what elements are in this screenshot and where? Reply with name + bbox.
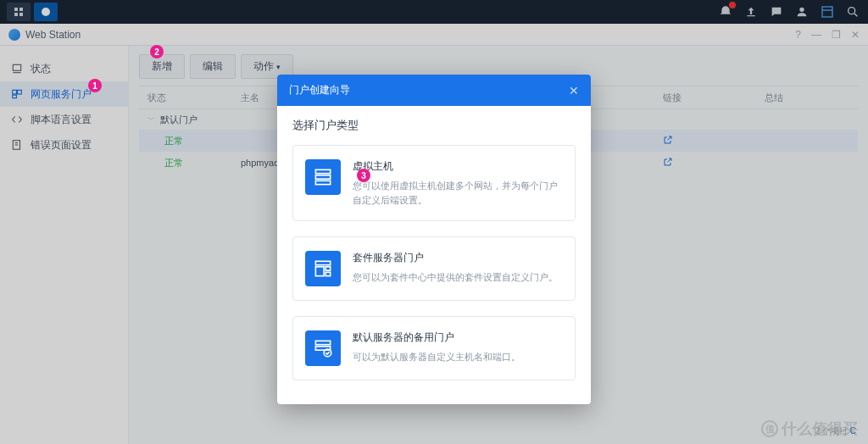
option-package-portal[interactable]: 套件服务器门户 您可以为套件中心中提供的套件设置自定义门户。 [292,236,576,301]
svg-rect-22 [315,261,330,264]
package-portal-icon [305,251,341,286]
option-desc: 您可以为套件中心中提供的套件设置自定义门户。 [353,270,563,285]
annotation-3: 3 [357,169,370,182]
svg-rect-20 [315,175,330,179]
svg-rect-26 [315,341,330,344]
annotation-2: 2 [150,45,164,58]
virtual-host-icon [305,159,341,195]
svg-rect-21 [315,180,330,184]
modal-portal-wizard: 门户创建向导 ✕ 选择门户类型 虚拟主机 您可以使用虚拟主机创建多个网站，并为每… [277,75,591,404]
watermark-text: 什么值得买 [782,419,858,439]
option-desc: 您可以使用虚拟主机创建多个网站，并为每个门户自定义后端设置。 [353,179,563,207]
watermark-icon: 值 [761,420,778,437]
option-title: 套件服务器门户 [353,251,563,265]
svg-rect-24 [326,267,330,270]
modal-title: 门户创建向导 [289,83,350,97]
modal-body: 虚拟主机 您可以使用虚拟主机创建多个网站，并为每个门户自定义后端设置。 套件服务… [277,133,591,404]
modal-close-icon[interactable]: ✕ [569,84,579,97]
option-title: 默认服务器的备用门户 [353,330,563,345]
svg-rect-19 [315,169,330,173]
annotation-1: 1 [88,79,102,92]
option-title: 虚拟主机 [353,159,563,174]
watermark: 值 什么值得买 [761,419,858,439]
option-default-backup[interactable]: 默认服务器的备用门户 可以为默认服务器自定义主机名和端口。 [292,316,576,380]
modal-header: 门户创建向导 ✕ [277,75,591,106]
svg-rect-25 [326,272,330,275]
option-virtual-host[interactable]: 虚拟主机 您可以使用虚拟主机创建多个网站，并为每个门户自定义后端设置。 [292,145,576,221]
default-backup-icon [305,330,341,366]
modal-subtitle: 选择门户类型 [277,106,591,133]
option-desc: 可以为默认服务器自定义主机名和端口。 [353,350,563,364]
svg-rect-23 [315,267,324,276]
modal-overlay: 门户创建向导 ✕ 选择门户类型 虚拟主机 您可以使用虚拟主机创建多个网站，并为每… [0,0,868,444]
